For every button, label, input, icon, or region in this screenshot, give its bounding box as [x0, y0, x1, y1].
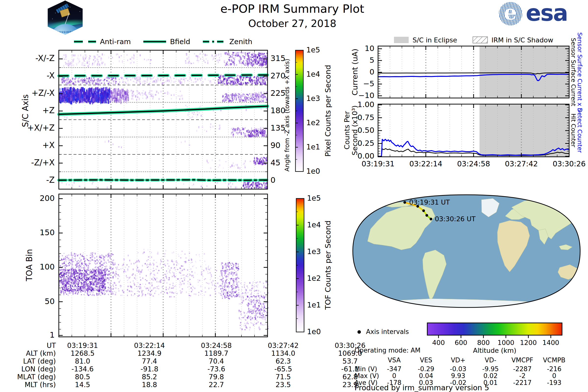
sc-axis-row-label: -X/-Z: [4, 54, 55, 63]
ephemeris-row-label: MLAT (deg): [7, 373, 56, 381]
ephemeris-value: 1134.0: [271, 350, 295, 357]
ephemeris-value: 14.5: [75, 381, 90, 388]
plot-canvas: [0, 0, 588, 392]
tof-counts-colorbar-label: TOF Counts per Second: [324, 220, 332, 310]
track-interval-dot: [430, 218, 432, 220]
voltage-col-header: VSA: [388, 357, 401, 364]
voltage-value: -178: [387, 379, 401, 386]
altitude-tick-label: 1400: [542, 339, 559, 346]
ephemeris-value: 03:19:31: [67, 342, 98, 349]
pixel-counts-colorbar-tick: 1e3: [306, 94, 320, 103]
ephemeris-value: 22.7: [209, 381, 224, 388]
ephemeris-row-label: LON (deg): [7, 365, 56, 373]
tof-counts-colorbar-tick: 1e2: [307, 274, 321, 282]
esa-e-glyph: e: [504, 2, 517, 24]
counts-ytick-label: 0.75: [342, 113, 374, 122]
current-ytick-label: 5: [342, 56, 374, 64]
counts-ytick-label: 0.00: [342, 152, 374, 160]
legend-label-eclipse: S/C in Eclipse: [412, 36, 457, 44]
voltage-col-header: VD-: [484, 357, 496, 364]
counts-ytick-label: 1.00: [342, 100, 374, 109]
ephemeris-row-label: MLT (hrs): [7, 381, 56, 388]
tof-counts-colorbar-tick: 1e3: [307, 248, 321, 256]
ephemeris-value: 70.4: [209, 358, 224, 365]
ephemeris-value: 1234.9: [138, 350, 162, 357]
voltage-value: -193: [547, 379, 561, 386]
voltage-row-label: Ave (V): [354, 379, 378, 386]
voltage-value: -0.29: [418, 366, 434, 373]
ephemeris-value: 77.4: [142, 358, 157, 365]
voltage-col-header: VCMPB: [543, 357, 566, 364]
time-tick-label: 03:22:14: [410, 160, 442, 168]
shadow-legend-swatch: [473, 37, 488, 43]
voltage-value: 0.02: [484, 372, 498, 380]
axis-intervals-legend-label: Axis intervals: [366, 328, 409, 336]
ephemeris-value: -65.5: [274, 365, 292, 373]
angle-tick-label: 0: [270, 176, 276, 185]
ephemeris-value: 53.7: [342, 358, 358, 365]
altitude-bar-label: Altitude (km): [473, 347, 516, 354]
ephemeris-value: -134.6: [72, 365, 94, 373]
track-end-time-label: 03:30:26 UT: [435, 215, 476, 223]
altitude-tick-label: 1000: [497, 339, 514, 346]
time-tick-label: 03:19:31: [362, 160, 395, 168]
altitude-tick-label: 400: [432, 339, 445, 346]
altitude-tick-label: 1200: [520, 339, 537, 346]
voltage-value: -2217: [513, 379, 532, 386]
voltage-value: -347: [387, 366, 401, 373]
counts-ytick-label: 0.25: [342, 139, 374, 148]
current-ytick-label: 0: [342, 68, 374, 76]
legend-label-zenith: Zenith: [229, 38, 252, 46]
ephemeris-value: -61.1: [341, 365, 359, 373]
ephemeris-value: 03:24:58: [201, 342, 232, 349]
ephemeris-value: 03:30:26: [335, 342, 366, 349]
voltage-value: 9.93: [451, 372, 465, 380]
track-interval-dot: [422, 210, 425, 212]
voltage-value: -216: [547, 366, 561, 373]
ephemeris-value: 62.8: [342, 373, 358, 381]
ephemeris-row-label: LAT (deg): [7, 358, 56, 365]
sc-axis-row-label: -Z: [4, 176, 55, 185]
legend-label-bfield: Bfield: [170, 38, 190, 46]
ephemeris-value: -91.8: [141, 365, 158, 373]
page-title: e-POP IRM Summary Plot: [220, 2, 364, 16]
ephemeris-row-label: UT: [7, 342, 56, 349]
voltage-value: -9.95: [482, 366, 498, 373]
sc-axis-row-label: -X: [4, 71, 55, 80]
angle-tick-label: 45: [270, 158, 280, 167]
ephemeris-value: 23.9: [342, 381, 358, 388]
angle-tick-label: 225: [270, 89, 286, 98]
time-tick-label: 03:27:42: [505, 160, 538, 168]
ephemeris-value: 85.2: [142, 373, 157, 381]
angle-tick-label: 180: [270, 106, 286, 115]
altitude-tick-label: 600: [455, 339, 468, 346]
pixel-counts-colorbar-tick: 1e0: [306, 167, 320, 176]
voltage-row-label: Max (V): [354, 372, 379, 380]
ephemeris-value: -73.6: [208, 365, 225, 373]
ephemeris-value: 23.5: [276, 381, 291, 388]
eclipse-legend-swatch: [394, 37, 409, 43]
time-tick-label: 03:24:58: [457, 160, 490, 168]
voltage-value: 0: [392, 372, 396, 380]
ephemeris-value: 1189.7: [204, 350, 228, 357]
current-ytick-label: 10: [342, 44, 374, 53]
ephemeris-value: 80.5: [75, 373, 90, 381]
track-interval-dot: [404, 201, 406, 204]
time-tick-label: 03:30:26: [553, 160, 586, 168]
voltage-value: -2: [519, 372, 526, 380]
angle-tick-label: 90: [270, 141, 280, 150]
sensor-current-x5-label: Sensor Surface Current x 5: [576, 32, 583, 112]
voltage-value: -2287: [513, 366, 532, 373]
angle-tick-label: 135: [270, 124, 286, 132]
voltage-value: 0.04: [419, 372, 433, 380]
sensor-current-label: Sensor Surface Current: [570, 38, 577, 106]
toa-ytick-label: 200: [4, 194, 55, 203]
track-start-time-label: 03:19:31 UT: [409, 199, 450, 206]
ephemeris-value: 1069.0: [338, 350, 362, 357]
ephemeris-value: 03:22:14: [134, 342, 165, 349]
angle-tick-label: 315: [270, 54, 286, 63]
ephemeris-value: 81.0: [75, 358, 90, 365]
current-ytick-label: −10: [342, 91, 374, 100]
epop-irm-summary-page: CASSIOPE e-POP IRM Summary Plot October …: [0, 0, 588, 392]
voltage-col-header: VD+: [451, 357, 466, 364]
